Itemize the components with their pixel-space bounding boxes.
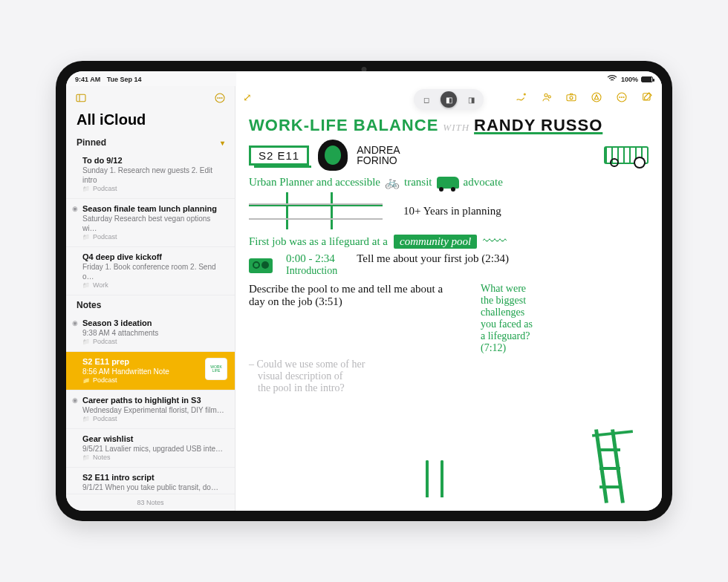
battery-pct: 100% <box>621 76 638 83</box>
note-item[interactable]: Gear wishlist 9/5/21 Lavalier mics, upgr… <box>66 429 235 468</box>
svg-point-10 <box>570 97 573 99</box>
pinned-item[interactable]: Q4 deep dive kickoff Friday 1. Book conf… <box>66 247 235 295</box>
shared-icon: ◉ <box>72 396 78 405</box>
camera-icon[interactable] <box>564 90 579 105</box>
more-icon[interactable] <box>212 91 227 105</box>
note-thumbnail: WORKLIFE <box>205 358 227 380</box>
pinned-header[interactable]: Pinned ▾ <box>66 133 235 151</box>
pool-ladder-doodle <box>421 460 458 505</box>
note-item[interactable]: ◉ Season 3 ideation 9:38 AM 4 attachment… <box>66 313 235 352</box>
note-title-main: WORK-LIFE BALANCE <box>249 116 438 135</box>
svg-point-7 <box>545 94 547 97</box>
bus-doodle <box>604 146 649 164</box>
note-title-with: WITH <box>443 122 469 134</box>
car-doodle <box>437 177 459 189</box>
sidebar: All iCloud Pinned ▾ To do 9/12 Sunday 1.… <box>66 86 235 511</box>
note-item[interactable]: S2 E11 intro script 9/1/21 When you take… <box>66 468 235 494</box>
sidebar-title: All iCloud <box>66 110 235 133</box>
episode-tag: S2 E11 <box>249 146 309 166</box>
screen: 9:41 AM Tue Sep 14 100% All iCloud Pinne… <box>66 71 662 511</box>
q-pool: Describe the pool to me and tell me abou… <box>249 283 457 308</box>
sidebar-footer: 83 Notes <box>66 494 235 511</box>
ellipsis-icon[interactable] <box>614 90 629 105</box>
handwriting-icon[interactable] <box>513 90 528 105</box>
status-time: 9:41 AM <box>75 76 100 83</box>
q-challenges: What were the biggest challenges you fac… <box>481 283 533 354</box>
shared-icon: ◉ <box>72 319 78 328</box>
svg-point-5 <box>221 98 222 99</box>
multitask-slide-icon[interactable]: ◨ <box>463 91 479 108</box>
lifeguard-chair-doodle <box>595 414 647 503</box>
grey-note: – Could we use some of her visual descri… <box>249 359 649 394</box>
svg-rect-0 <box>77 94 85 101</box>
multitask-split-icon[interactable]: ◧ <box>441 91 457 108</box>
camera-doodle <box>249 258 273 273</box>
pinned-list: To do 9/12 Sunday 1. Research new guests… <box>66 151 235 295</box>
svg-point-6 <box>524 94 525 95</box>
expand-icon[interactable]: ⤢ <box>243 91 252 103</box>
multitask-pill: ◻ ◧ ◨ <box>414 89 484 110</box>
share-icon[interactable] <box>539 90 553 105</box>
wifi-icon <box>606 73 618 86</box>
battery-icon <box>641 76 653 82</box>
map-doodle <box>249 192 383 229</box>
pinned-item[interactable]: To do 9/12 Sunday 1. Research new guests… <box>66 151 235 199</box>
chevron-down-icon: ▾ <box>221 139 224 147</box>
svg-point-14 <box>622 97 623 98</box>
svg-point-13 <box>620 97 620 98</box>
status-date: Tue Sep 14 <box>107 76 142 83</box>
status-bar: 9:41 AM Tue Sep 14 100% <box>66 71 662 86</box>
notes-list: ◉ Season 3 ideation 9:38 AM 4 attachment… <box>66 313 235 494</box>
note-item[interactable]: ◉ Career paths to highlight in S3 Wednes… <box>66 390 235 429</box>
face-doodle <box>318 140 348 171</box>
svg-point-4 <box>220 98 221 99</box>
ipad-frame: 9:41 AM Tue Sep 14 100% All iCloud Pinne… <box>56 61 672 521</box>
q-firstjob: Tell me about your first job (2:34) <box>357 252 509 265</box>
bike-icon: 🚲 <box>385 175 400 189</box>
note-title-guest: RANDY RUSSO <box>474 116 602 135</box>
markup-icon[interactable] <box>589 90 604 105</box>
shared-icon: ◉ <box>72 205 78 214</box>
svg-rect-9 <box>567 95 576 101</box>
svg-rect-16 <box>643 94 650 100</box>
years-text: 10+ Years in planning <box>403 205 501 218</box>
svg-point-8 <box>548 96 550 98</box>
svg-point-3 <box>218 98 218 99</box>
handwritten-content: WORK-LIFE BALANCE WITH RANDY RUSSO S2 E1… <box>235 111 662 511</box>
svg-point-15 <box>623 97 624 98</box>
sidebar-toggle-icon[interactable] <box>74 91 88 105</box>
note-canvas[interactable]: ⤢ ◻ ◧ ◨ WORK-LIFE BALANCE WITH RAN <box>235 86 662 511</box>
wave-doodle: 〰〰 <box>483 234 504 249</box>
multitask-full-icon[interactable]: ◻ <box>418 91 435 108</box>
note-item-selected[interactable]: WORKLIFE S2 E11 prep 8:56 AM Handwritten… <box>66 352 235 390</box>
compose-icon[interactable] <box>640 90 654 105</box>
pool-tag: community pool <box>394 235 477 249</box>
notes-header: Notes <box>66 295 235 313</box>
pinned-item[interactable]: ◉ Season finale team lunch planning Satu… <box>66 199 235 247</box>
host-name: ANDREA FORINO <box>357 145 400 166</box>
